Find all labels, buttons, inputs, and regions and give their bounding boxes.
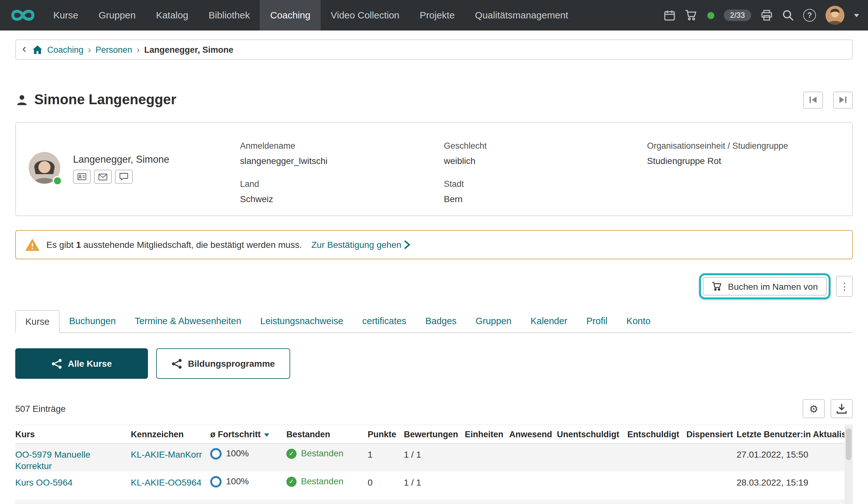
highlight-ring: Buchen im Namen von (700, 273, 830, 299)
download-button[interactable] (830, 399, 853, 418)
tab-profil[interactable]: Profil (577, 310, 617, 332)
table-toolbar: 507 Einträge ⚙ (15, 399, 853, 418)
nav-video-collection[interactable]: Video Collection (321, 0, 410, 30)
passed-label: Bestanden (301, 476, 343, 487)
tab-badges[interactable]: Badges (416, 310, 466, 332)
visiting-card-button[interactable] (73, 170, 91, 184)
col-header-punkte[interactable]: Punkte (368, 429, 404, 439)
nav-qualitaetsmanagement[interactable]: Qualitätsmanagement (465, 0, 578, 30)
navbar-tools: 2/33 ? (663, 6, 859, 25)
field-label: Organisationseinheit / Studiengruppe (647, 142, 788, 150)
cart-icon[interactable] (685, 10, 698, 21)
field-label: Stadt (444, 180, 464, 189)
empty-cell (509, 472, 557, 477)
passed-check-icon: ✓ (286, 477, 297, 487)
home-icon[interactable] (33, 45, 43, 54)
passed-label: Bestanden (301, 448, 343, 459)
email-button[interactable] (94, 170, 112, 184)
col-header-letzte-aktualisierung[interactable]: Letzte Benutzer:in Aktualisie (736, 429, 853, 439)
nav-gruppen[interactable]: Gruppen (88, 0, 146, 30)
col-header-anwesend[interactable]: Anwesend (509, 429, 557, 439)
field-value: weiblich (444, 157, 476, 165)
breadcrumb-separator-icon: › (88, 44, 91, 55)
search-icon[interactable] (782, 10, 794, 21)
presence-status-dot[interactable] (707, 12, 714, 19)
table-row: Kurs OO-5964 KL-AKIE-OO5964 100% ✓Bestan… (15, 472, 853, 500)
field-label: Land (240, 180, 259, 189)
nav-projekte[interactable]: Projekte (410, 0, 465, 30)
breadcrumb-coaching[interactable]: Coaching (47, 45, 83, 54)
nav-coaching[interactable]: Coaching (260, 0, 321, 30)
empty-cell (686, 500, 736, 504)
calendar-icon[interactable] (663, 9, 675, 21)
field-value: slangenegger_lwitschi (240, 157, 328, 165)
col-header-fortschritt[interactable]: ø Fortschritt (210, 429, 286, 439)
all-courses-button[interactable]: Alle Kurse (15, 348, 148, 379)
ratings-value: 2 / 2 (404, 500, 465, 504)
ratings-value: 1 / 1 (404, 472, 465, 488)
nav-kurse[interactable]: Kurse (43, 0, 88, 30)
back-icon[interactable]: ‹ (22, 43, 28, 57)
points-value: 3 (368, 500, 404, 504)
table-scrollbar[interactable] (845, 425, 853, 504)
last-updated-value: 31.03.2022, 17:08 (736, 500, 853, 504)
confirm-membership-link[interactable]: Zur Bestätigung gehen (311, 240, 411, 250)
course-link[interactable]: OO-5979 Manuelle Korrektur (15, 449, 91, 471)
tab-leistungsnachweise[interactable]: Leistungsnachweise (251, 310, 353, 332)
scrollbar-thumb[interactable] (846, 429, 851, 460)
tab-kurse[interactable]: Kurse (15, 310, 60, 333)
next-person-button[interactable] (833, 91, 853, 108)
curriculum-icon (172, 358, 182, 369)
empty-cell (627, 444, 686, 449)
col-header-unentschuldigt[interactable]: Unentschuldigt (557, 429, 627, 439)
breadcrumb-personen[interactable]: Personen (95, 45, 132, 54)
progress-value: 100% (226, 448, 249, 460)
nav-bibliothek[interactable]: Bibliothek (198, 0, 260, 30)
tab-termine-abwesenheiten[interactable]: Termine & Abwesenheiten (125, 310, 251, 332)
person-icon (15, 93, 29, 107)
col-header-kennzeichen[interactable]: Kennzeichen (131, 429, 210, 439)
previous-person-button[interactable] (803, 91, 823, 108)
table-settings-button[interactable]: ⚙ (803, 399, 825, 418)
col-header-bestanden[interactable]: Bestanden (286, 429, 368, 439)
col-header-dispensiert[interactable]: Dispensiert (686, 429, 736, 439)
nav-katalog[interactable]: Katalog (146, 0, 198, 30)
tab-konto[interactable]: Konto (617, 310, 660, 332)
empty-cell (465, 472, 509, 477)
sort-desc-icon (264, 433, 269, 436)
points-value: 1 (368, 444, 404, 461)
kennzeichen-link[interactable]: KL-AKIE-ManKorr (131, 449, 202, 460)
page-title: Simone Langenegger (34, 91, 176, 108)
empty-cell (686, 472, 736, 477)
title-actions (803, 91, 853, 108)
message-counter-badge[interactable]: 2/33 (724, 10, 751, 21)
tab-certificates[interactable]: certificates (353, 310, 416, 332)
field-value: Bern (444, 194, 463, 203)
field-label: Anmeldename (240, 142, 295, 150)
table-toolbar-actions: ⚙ (803, 399, 853, 418)
chevron-down-icon[interactable] (854, 14, 859, 17)
tab-kalender[interactable]: Kalender (521, 310, 577, 332)
empty-cell (627, 472, 686, 477)
help-icon[interactable]: ? (803, 9, 816, 22)
openolat-logo-icon[interactable] (9, 6, 37, 24)
col-header-bewertungen[interactable]: Bewertungen (404, 429, 465, 439)
last-updated-value: 27.01.2022, 15:50 (736, 444, 853, 461)
tab-buchungen[interactable]: Buchungen (60, 310, 125, 332)
tab-gruppen[interactable]: Gruppen (466, 310, 521, 332)
empty-cell (509, 500, 557, 504)
book-on-behalf-button[interactable]: Buchen im Namen von (703, 277, 827, 295)
user-avatar[interactable] (825, 6, 845, 25)
col-header-einheiten[interactable]: Einheiten (465, 429, 509, 439)
kennzeichen-link[interactable]: KL-AKIE-OO5964 (131, 477, 202, 487)
more-actions-button[interactable]: ⋮ (836, 276, 853, 297)
col-header-entschuldigt[interactable]: Entschuldigt (627, 429, 686, 439)
chat-button[interactable] (115, 170, 133, 184)
online-status-dot (53, 176, 62, 185)
progress-value: 100% (226, 476, 249, 487)
course-link[interactable]: Kurs OO-5964 (15, 477, 73, 487)
warning-text: Es gibt 1 ausstehende Mitgliedschaft, di… (46, 240, 302, 250)
education-programs-button[interactable]: Bildungsprogramme (156, 348, 290, 379)
print-icon[interactable] (761, 10, 773, 21)
col-header-kurs[interactable]: Kurs (15, 429, 131, 439)
